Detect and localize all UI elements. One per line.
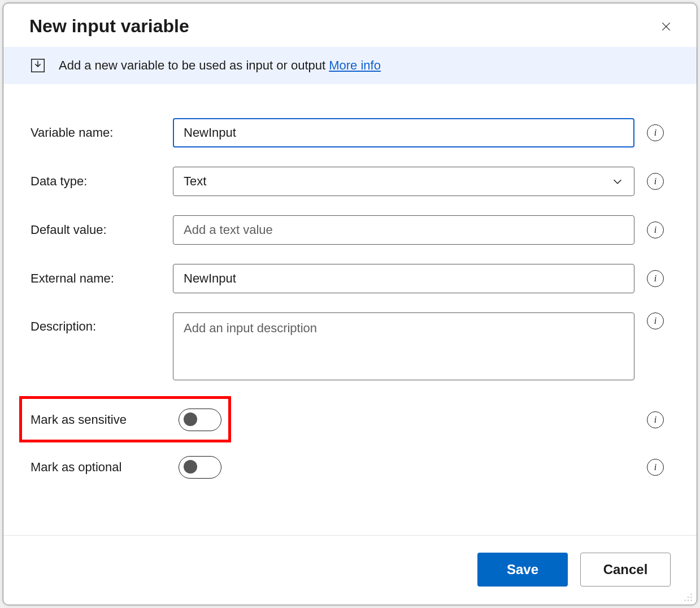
label-external-name: External name: [31, 271, 166, 286]
default-value-input[interactable] [173, 215, 634, 245]
info-icon[interactable] [647, 222, 664, 238]
info-icon[interactable] [647, 459, 664, 476]
row-sensitive: Mark as sensitive [31, 399, 669, 440]
input-box-icon [29, 57, 46, 74]
label-description: Description: [31, 312, 166, 334]
row-external-name: External name: [31, 264, 669, 293]
sensitive-toggle[interactable] [179, 409, 221, 431]
new-input-variable-dialog: New input variable Add a new variable to… [3, 3, 697, 605]
dialog-footer: Save Cancel [3, 535, 697, 605]
banner-text: Add a new variable to be used as input o… [59, 58, 329, 72]
chevron-down-icon [611, 175, 624, 188]
svg-point-1 [690, 593, 692, 594]
info-banner-text: Add a new variable to be used as input o… [59, 58, 381, 73]
data-type-select[interactable]: Text [173, 167, 634, 196]
sensitive-wrapper: Mark as sensitive [31, 399, 669, 440]
label-default-value: Default value: [31, 223, 166, 237]
label-optional: Mark as optional [31, 460, 177, 475]
row-data-type: Data type: Text [31, 167, 669, 196]
info-icon[interactable] [647, 411, 664, 428]
svg-point-6 [684, 600, 685, 601]
info-icon[interactable] [647, 312, 664, 329]
dialog-title: New input variable [29, 16, 189, 37]
svg-point-3 [688, 597, 689, 598]
save-button[interactable]: Save [477, 553, 568, 587]
row-default-value: Default value: [31, 215, 669, 245]
data-type-value: Text [184, 174, 206, 189]
description-input[interactable] [173, 312, 634, 380]
more-info-link[interactable]: More info [329, 58, 381, 72]
row-variable-name: Variable name: [31, 118, 669, 147]
info-icon[interactable] [647, 124, 664, 141]
cancel-button[interactable]: Cancel [580, 553, 671, 587]
svg-point-2 [690, 597, 692, 598]
label-data-type: Data type: [31, 174, 166, 189]
label-sensitive: Mark as sensitive [31, 412, 177, 427]
info-icon[interactable] [647, 270, 664, 287]
resize-grip[interactable] [683, 592, 693, 602]
svg-point-5 [688, 600, 689, 601]
row-optional: Mark as optional [31, 447, 669, 488]
variable-name-input[interactable] [173, 118, 634, 147]
info-icon[interactable] [647, 173, 664, 190]
label-variable-name: Variable name: [31, 125, 166, 140]
dialog-header: New input variable [3, 3, 697, 47]
info-banner: Add a new variable to be used as input o… [3, 47, 697, 84]
close-icon [660, 21, 672, 32]
svg-point-4 [690, 600, 692, 601]
external-name-input[interactable] [173, 264, 634, 293]
row-description: Description: [31, 312, 669, 380]
optional-toggle[interactable] [179, 456, 221, 479]
form-area: Variable name: Data type: Text Default v… [3, 84, 697, 535]
close-button[interactable] [658, 19, 674, 34]
